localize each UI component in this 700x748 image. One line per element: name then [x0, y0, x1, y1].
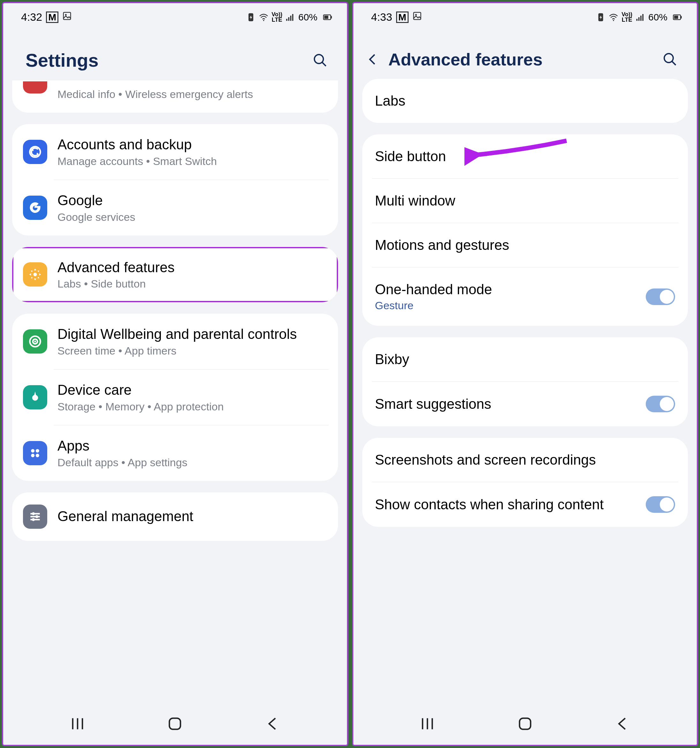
svg-point-1	[65, 14, 67, 16]
battery-icon	[321, 12, 334, 22]
search-icon[interactable]	[312, 53, 328, 68]
svg-point-11	[314, 55, 323, 64]
svg-rect-5	[288, 17, 289, 21]
svg-point-20	[36, 454, 39, 457]
status-time: 4:33	[371, 11, 392, 23]
svg-point-13	[33, 273, 37, 276]
home-button[interactable]	[517, 715, 533, 732]
toggle-one-handed-mode[interactable]	[646, 289, 675, 305]
row-title: Smart suggestions	[375, 396, 646, 412]
row-title: Device care	[58, 382, 329, 398]
safety-icon	[23, 81, 47, 93]
row-title: Accounts and backup	[58, 136, 329, 153]
back-button[interactable]	[264, 715, 281, 732]
adv-row-motions-gestures[interactable]: Motions and gestures	[362, 223, 688, 267]
svg-point-18	[36, 449, 39, 453]
svg-rect-47	[519, 718, 531, 730]
svg-rect-37	[640, 16, 642, 21]
row-title: Motions and gestures	[375, 237, 676, 253]
settings-list[interactable]: Medical info • Wireless emergency alerts…	[3, 81, 347, 706]
settings-row-digital-wellbeing[interactable]: Digital Wellbeing and parental controlsS…	[12, 314, 338, 369]
card-partial: Medical info • Wireless emergency alerts	[12, 81, 338, 113]
recents-button[interactable]	[419, 715, 436, 732]
svg-rect-7	[292, 14, 294, 21]
advanced-list[interactable]: Labs Side buttonMulti windowMotions and …	[353, 79, 697, 706]
adv-row-bixby[interactable]: Bixby	[362, 337, 688, 382]
row-sub: Default apps • App settings	[58, 456, 329, 469]
svg-point-16	[34, 341, 36, 343]
settings-row-general-management[interactable]: General management	[12, 493, 338, 541]
digital-wellbeing-icon	[23, 329, 47, 354]
settings-row-accounts-backup[interactable]: Accounts and backupManage accounts • Sma…	[12, 124, 338, 179]
wifi-icon	[609, 12, 618, 22]
svg-point-26	[32, 518, 35, 521]
svg-point-24	[35, 515, 38, 518]
row-title: Google	[58, 192, 329, 209]
settings-row-device-care[interactable]: Device careStorage • Memory • App protec…	[12, 369, 338, 425]
page-title: Settings	[26, 49, 303, 71]
status-time: 4:32	[21, 11, 42, 23]
row-sub: Storage • Memory • App protection	[58, 400, 329, 413]
toggle-show-contacts-sharing[interactable]	[646, 496, 675, 513]
svg-rect-41	[674, 16, 678, 19]
nav-bar	[353, 706, 697, 745]
recents-button[interactable]	[69, 715, 86, 732]
power-save-icon	[596, 12, 606, 22]
svg-point-22	[32, 512, 35, 515]
volte-icon: Vo))LTE	[272, 12, 283, 22]
signal-icon	[636, 12, 645, 22]
advanced-features-icon	[23, 262, 47, 287]
row-title: Apps	[58, 438, 329, 455]
apps-icon	[23, 441, 47, 465]
adv-row-one-handed-mode[interactable]: One-handed modeGesture	[362, 268, 688, 326]
back-button[interactable]	[614, 715, 631, 732]
search-icon[interactable]	[662, 52, 678, 67]
google-icon	[23, 196, 47, 220]
card: BixbySmart suggestions	[362, 337, 688, 426]
svg-point-19	[31, 454, 35, 457]
svg-rect-31	[413, 12, 421, 20]
power-save-icon	[246, 12, 256, 22]
settings-row-google[interactable]: GoogleGoogle services	[12, 180, 338, 236]
svg-point-42	[664, 53, 673, 62]
device-care-icon	[23, 385, 47, 409]
adv-row-side-button[interactable]: Side button	[362, 134, 688, 178]
row-title: Bixby	[375, 351, 676, 367]
adv-row-show-contacts-sharing[interactable]: Show contacts when sharing content	[362, 482, 688, 527]
row-sub: Google services	[58, 211, 329, 223]
row-title: Show contacts when sharing content	[375, 497, 646, 512]
back-icon[interactable]	[366, 53, 379, 66]
toggle-smart-suggestions[interactable]	[646, 396, 675, 412]
battery-icon	[671, 12, 684, 22]
svg-rect-10	[324, 16, 329, 19]
svg-rect-6	[290, 16, 291, 21]
gmail-icon: M	[396, 12, 409, 23]
gmail-icon: M	[46, 12, 58, 23]
row-title: Labs	[375, 93, 676, 109]
status-bar: 4:32 M Vo))LTE 60%	[3, 3, 347, 27]
svg-point-32	[415, 14, 417, 16]
svg-rect-9	[331, 16, 332, 18]
adv-row-multi-window[interactable]: Multi window	[362, 179, 688, 223]
row-sub: Labs • Side button	[58, 278, 329, 290]
settings-row-apps[interactable]: AppsDefault apps • App settings	[12, 426, 338, 481]
row-title: Screenshots and screen recordings	[375, 452, 676, 468]
picture-icon	[412, 11, 422, 23]
signal-icon	[285, 12, 295, 22]
row-title: Digital Wellbeing and parental controls	[58, 326, 329, 343]
settings-row-safety[interactable]: Medical info • Wireless emergency alerts	[12, 81, 338, 113]
adv-row-labs[interactable]: Labs	[362, 79, 688, 123]
svg-point-34	[613, 20, 614, 21]
adv-row-screenshots-recordings[interactable]: Screenshots and screen recordings	[362, 438, 688, 482]
picture-icon	[62, 11, 72, 23]
card-accounts: Accounts and backupManage accounts • Sma…	[12, 124, 338, 236]
home-button[interactable]	[167, 715, 183, 732]
accounts-backup-icon	[23, 140, 47, 164]
svg-line-12	[322, 62, 326, 66]
status-bar: 4:33 M Vo))LTE 60%	[353, 3, 697, 27]
row-title: Advanced features	[58, 259, 329, 276]
settings-row-advanced-features[interactable]: Advanced featuresLabs • Side button	[12, 247, 338, 303]
svg-line-43	[672, 61, 676, 65]
row-sub: Gesture	[375, 300, 646, 312]
adv-row-smart-suggestions[interactable]: Smart suggestions	[362, 382, 688, 426]
